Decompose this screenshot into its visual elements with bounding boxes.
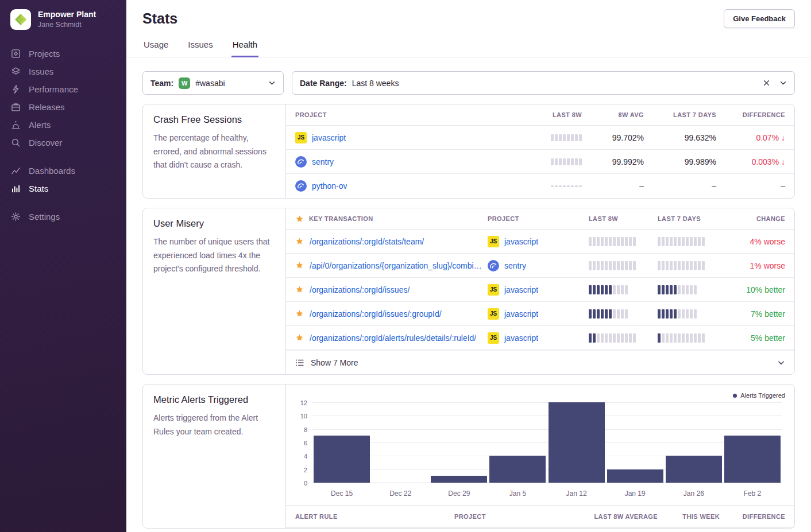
sidebar-item-issues[interactable]: Issues [10,63,116,80]
spark-bar [609,237,612,246]
star-icon[interactable] [295,309,304,318]
chevron-down-icon [268,79,276,87]
x-tick-label: Dec 15 [312,490,371,498]
give-feedback-button[interactable]: Give Feedback [724,9,795,28]
spark-bar [670,309,673,319]
transaction-link[interactable]: /organizations/:orgId/alerts/rules/detai… [310,333,476,343]
spark-bar [597,285,600,294]
star-icon[interactable] [295,285,304,294]
spark-bar [674,309,677,319]
spark-bar [567,158,570,165]
change-value: 7% better [727,309,785,319]
transaction-link[interactable]: /organizations/:orgId/stats/team/ [310,237,424,246]
spark-bar [674,237,677,246]
metric-alerts-description: Metric Alerts Triggered Alerts triggered… [143,385,286,528]
star-icon[interactable] [295,261,304,270]
user-misery-table: KEY TRANSACTION PROJECT LAST 8W LAST 7 D… [286,208,794,374]
clear-icon[interactable] [763,79,770,87]
sidebar-item-dashboards[interactable]: Dashboards [10,162,116,180]
column-key-transaction: KEY TRANSACTION [309,215,373,222]
sidebar-nav: Projects Issues Performance Releases Ale… [0,30,126,226]
project-link[interactable]: sentry [504,261,526,270]
transaction-link[interactable]: /organizations/:orgId/issues/:groupId/ [310,309,442,319]
spark-bar [658,261,661,270]
sidebar-item-settings[interactable]: Settings [10,208,116,226]
spark-bar [682,261,685,270]
spark-bar [658,285,661,294]
spark-bar [674,261,677,270]
spark-bar [702,333,705,343]
spark-bar [625,237,628,246]
spark-bar [555,185,558,187]
nav-label: Performance [29,84,78,94]
spark-bar [662,333,665,343]
spark-bar [609,333,612,343]
avg-8w-value: 99.992% [586,157,644,166]
dashboards-icon [10,166,21,176]
spark-bar [662,285,665,294]
org-name: Empower Plant [38,9,96,20]
org-switcher[interactable]: Empower Plant Jane Schmidt [0,9,126,30]
column-project: PROJECT [295,111,508,118]
sparkline-last-7d [658,309,722,319]
column-this-week: THIS WEEK [662,513,720,520]
spark-bar [694,309,697,319]
spark-bar [613,333,616,343]
transaction-link[interactable]: /organizations/:orgId/issues/ [310,285,410,294]
spark-bar [593,237,596,246]
transaction-link[interactable]: /api/0/organizations/{organization_slug}… [310,261,483,270]
tab-usage[interactable]: Usage [142,34,169,57]
project-link[interactable]: javascript [312,133,346,142]
date-range-select[interactable]: Date Range: Last 8 weeks [292,71,795,95]
spark-bar [670,261,673,270]
sidebar-item-releases[interactable]: Releases [10,98,116,116]
spark-bar [593,285,596,294]
project-link[interactable]: javascript [504,237,538,246]
team-select[interactable]: Team: W #wasabi [142,71,284,95]
spark-bar [682,309,685,319]
star-icon[interactable] [295,237,304,246]
sparkline-last-8w [589,237,653,246]
sidebar-item-projects[interactable]: Projects [10,45,116,63]
alerts-chart-xaxis: Dec 15Dec 22Dec 29Jan 5Jan 12Jan 19Jan 2… [312,483,782,504]
show-more-button[interactable]: Show 7 More [286,350,794,374]
project-link[interactable]: javascript [504,333,538,343]
tab-issues[interactable]: Issues [187,34,214,57]
nav-label: Projects [29,49,60,59]
spark-bar [698,333,701,343]
main-content: Stats Give Feedback Usage Issues Health … [126,0,811,532]
sidebar-item-performance[interactable]: Performance [10,80,116,98]
project-link[interactable]: javascript [504,309,538,319]
javascript-project-icon: JS [488,332,499,344]
table-row: JS javascript 99.702% 99.632% 0.07% ↓ [286,126,794,150]
list-icon [295,358,304,367]
org-logo-icon [10,9,31,30]
spark-bar [690,333,693,343]
alerts-chart: 024681012 [295,403,785,483]
star-icon[interactable] [295,333,304,342]
spark-bar [658,237,661,246]
difference-value: – [721,181,785,191]
spark-bar [563,158,566,165]
spark-bar [674,333,677,343]
page-header: Stats Give Feedback [126,0,811,28]
show-more-label: Show 7 More [311,358,358,367]
sidebar-item-stats[interactable]: Stats [10,180,116,197]
project-link[interactable]: javascript [504,285,538,294]
spark-bar [694,237,697,246]
sidebar-item-alerts[interactable]: Alerts [10,116,116,134]
difference-value: 0.003% ↓ [721,157,785,166]
project-link[interactable]: sentry [312,157,334,166]
project-link[interactable]: python-ov [312,181,347,191]
avg-8w-value: – [586,181,644,191]
spark-bar [601,237,604,246]
gear-icon [10,212,21,222]
spark-bar [694,333,697,343]
spark-bar [629,261,632,270]
tab-health[interactable]: Health [231,34,258,57]
panel-description: The percentage of healthy, errored, and … [153,131,275,172]
sidebar-item-discover[interactable]: Discover [10,134,116,152]
spark-bar [589,237,592,246]
last-7d-value: 99.632% [648,133,716,142]
date-range-value: Last 8 weeks [352,79,399,88]
